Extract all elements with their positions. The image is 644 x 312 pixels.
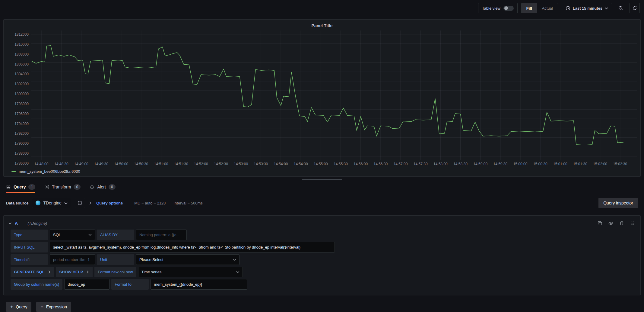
generate-sql-label: GENERATE SQL <box>14 270 45 274</box>
query-editor-form: Type SQL ALIAS BY INPUT SQL Timeshift Un… <box>8 230 636 290</box>
table-view-label: Table view <box>482 6 500 11</box>
add-query-label: Query <box>16 304 27 309</box>
chevron-down-icon <box>236 270 240 274</box>
time-series-chart: 1812000181000018080001806000180400018020… <box>7 31 637 167</box>
editor-footer: + Query + Expression <box>6 302 638 312</box>
alias-by-input[interactable] <box>136 230 187 240</box>
clock-icon <box>566 6 570 11</box>
tab-alert-count: 0 <box>109 184 116 190</box>
chevron-down-icon <box>64 201 68 205</box>
query-datasource-hint: (TDengine) <box>27 221 47 226</box>
query-ref-id[interactable]: A <box>15 221 18 226</box>
trash-icon <box>619 221 624 226</box>
chevron-down-icon <box>605 7 608 10</box>
legend-series-name[interactable]: mem_system_bee006bbe28a:6030 <box>19 169 80 174</box>
fill-actual-segmented: Fill Actual <box>521 3 558 13</box>
plus-icon: + <box>40 304 43 309</box>
time-range-label: Last 15 minutes <box>573 6 602 11</box>
tab-query-label: Query <box>14 185 26 189</box>
format-to-label: Format to <box>111 279 149 290</box>
y-axis-labels: 1812000181000018080001806000180400018020… <box>7 31 31 167</box>
query-actions <box>597 220 636 226</box>
legend-swatch <box>11 171 16 172</box>
unit-select[interactable]: Please Select <box>136 254 240 265</box>
tab-transform[interactable]: Transform 0 <box>44 181 81 193</box>
datasource-row: Data source TDengine Query options MD = … <box>0 197 644 209</box>
remove-query-button[interactable] <box>619 220 625 226</box>
chevron-right-icon <box>48 270 51 274</box>
refresh-icon <box>632 6 637 11</box>
group-by-input[interactable] <box>64 279 109 290</box>
panel: Panel Title 1812000181000018080001806000… <box>3 19 641 177</box>
query-editor-card: A (TDengine) Type S <box>3 215 641 295</box>
type-label: Type <box>11 230 48 240</box>
grip-dots-icon <box>630 221 635 226</box>
drag-handle-icon[interactable] <box>630 220 636 226</box>
table-view-group: Table view <box>478 3 518 13</box>
timeshift-label: Timeshift <box>11 254 48 265</box>
duplicate-query-button[interactable] <box>597 220 603 226</box>
unit-label: Unit <box>97 254 134 265</box>
datasource-help-button[interactable] <box>75 198 85 208</box>
query-type-select[interactable]: SQL <box>50 230 95 240</box>
x-axis-labels: 14:48:0014:48:3014:49:0014:49:3014:50:00… <box>31 160 637 167</box>
topbar: Table view Fill Actual Last 15 minutes <box>0 0 644 16</box>
info-circle-icon <box>78 201 82 205</box>
query-inspector-button[interactable]: Query inspector <box>598 198 638 208</box>
zoom-out-button[interactable] <box>616 3 626 13</box>
timeshift-row: Timeshift Unit Please Select <box>11 254 636 265</box>
query-options-toggle[interactable]: Query options <box>96 201 123 205</box>
query-row-header[interactable]: A (TDengine) <box>8 218 636 229</box>
add-query-button[interactable]: + Query <box>6 302 31 312</box>
show-help-label: SHOW HELP <box>59 270 83 274</box>
format-to-input[interactable] <box>151 279 247 290</box>
format-new-col-label: Format new col new <box>94 267 136 277</box>
format-as-select[interactable]: Time series <box>138 267 243 277</box>
alias-by-label: ALIAS BY <box>97 230 134 240</box>
group-by-row: Group by column name(s) Format to <box>11 279 636 290</box>
generate-sql-button[interactable]: GENERATE SQL <box>11 267 54 277</box>
timeshift-input[interactable] <box>50 254 95 265</box>
table-view-toggle[interactable] <box>503 6 514 11</box>
type-row: Type SQL ALIAS BY <box>11 230 636 240</box>
tab-alert[interactable]: Alert 0 <box>90 181 115 193</box>
query-type-value: SQL <box>53 233 61 237</box>
tab-transform-label: Transform <box>52 185 71 189</box>
chevron-down-icon <box>88 233 92 236</box>
add-expression-label: Expression <box>46 304 67 309</box>
format-as-value: Time series <box>141 270 162 274</box>
datasource-picker[interactable]: TDengine <box>32 198 71 208</box>
tab-query-count: 1 <box>28 184 35 190</box>
input-sql-label: INPUT SQL <box>11 242 48 252</box>
input-sql-row: INPUT SQL <box>11 242 636 252</box>
database-icon <box>6 185 11 189</box>
tab-alert-label: Alert <box>97 185 106 189</box>
input-sql-input[interactable] <box>50 242 335 252</box>
bell-icon <box>90 185 94 189</box>
copy-icon <box>598 221 602 226</box>
tdengine-logo-icon <box>36 201 40 205</box>
add-expression-button[interactable]: + Expression <box>36 302 71 312</box>
fill-button[interactable]: Fill <box>522 3 537 13</box>
max-data-points-text: MD = auto = 2128 <box>134 201 166 205</box>
chart-svg <box>31 31 637 160</box>
disable-query-button[interactable] <box>608 220 614 226</box>
panel-resize-handle[interactable] <box>302 179 342 180</box>
unit-value: Please Select <box>139 257 163 262</box>
generate-sql-row: GENERATE SQL SHOW HELP Format new col ne… <box>11 267 636 277</box>
refresh-button[interactable] <box>630 3 640 13</box>
transform-icon <box>44 185 49 189</box>
datasource-name: TDengine <box>43 201 62 205</box>
chart-plot-area[interactable] <box>31 31 637 160</box>
chart-legend: mem_system_bee006bbe28a:6030 <box>7 167 637 175</box>
show-help-button[interactable]: SHOW HELP <box>56 267 93 277</box>
interval-text: Interval = 500ms <box>173 201 202 205</box>
actual-button[interactable]: Actual <box>537 3 558 13</box>
group-by-label: Group by column name(s) <box>11 279 62 290</box>
tab-transform-count: 0 <box>74 184 81 190</box>
chevron-right-icon <box>86 270 89 274</box>
tab-query[interactable]: Query 1 <box>6 181 35 193</box>
time-range-picker[interactable]: Last 15 minutes <box>562 3 612 13</box>
eye-icon <box>608 221 613 226</box>
panel-title[interactable]: Panel Title <box>7 22 637 31</box>
